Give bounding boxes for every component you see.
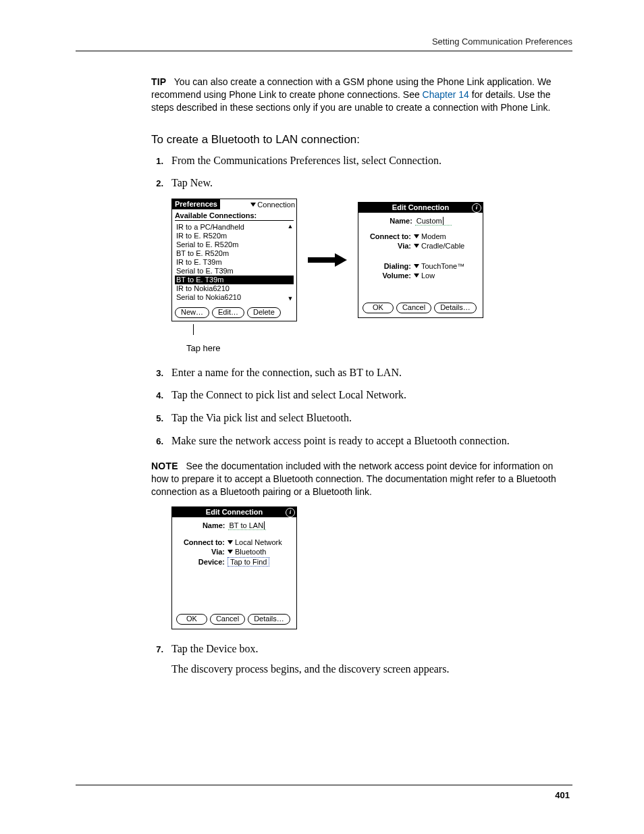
name-input[interactable]: BT to LAN​ <box>228 521 267 530</box>
figure-row-1: Preferences Connection Available Connect… <box>171 199 572 321</box>
list-item[interactable]: IR to Nokia6210 <box>175 284 294 293</box>
procedure-title: To create a Bluetooth to LAN connection: <box>151 133 572 147</box>
note-label: NOTE <box>151 461 178 471</box>
edit-connection-title: Edit Connection <box>392 203 449 211</box>
step-text: Make sure the network access point is re… <box>171 434 510 448</box>
callout-leader <box>193 324 194 335</box>
available-connections-label: Available Connections: <box>172 210 296 219</box>
footer-rule <box>76 785 572 785</box>
step-number: 2. <box>151 176 163 190</box>
ok-button[interactable]: OK <box>176 614 207 625</box>
step-text: Tap New. <box>171 176 213 190</box>
step-text: Tap the Device box. <box>171 642 259 656</box>
dropdown-icon <box>414 244 419 248</box>
list-item[interactable]: IR to E. T39m <box>175 258 294 267</box>
info-icon[interactable]: i <box>472 203 481 213</box>
preferences-menu[interactable]: Connection <box>250 201 296 209</box>
name-input[interactable]: Custom​ <box>415 217 452 226</box>
via-label: Via: <box>176 548 227 556</box>
edit-connection-title: Edit Connection <box>206 508 263 516</box>
new-button[interactable]: New… <box>175 307 209 318</box>
list-item[interactable]: Serial to E. R520m <box>175 240 294 249</box>
preferences-title: Preferences <box>172 199 220 209</box>
menu-label: Connection <box>257 201 295 209</box>
cancel-button[interactable]: Cancel <box>396 303 431 313</box>
connections-list[interactable]: IR to a PC/Handheld IR to E. R520m Seria… <box>175 222 294 302</box>
palm-preferences-screen: Preferences Connection Available Connect… <box>171 199 297 321</box>
delete-button[interactable]: Delete <box>247 307 281 318</box>
svg-marker-1 <box>335 253 347 267</box>
step-5: 5. Tap the Via pick list and select Blue… <box>151 411 572 425</box>
step-3: 3. Enter a name for the connection, such… <box>151 365 572 380</box>
scroll-down-icon[interactable]: ▼ <box>287 295 294 302</box>
details-button[interactable]: Details… <box>248 614 290 625</box>
step-number: 6. <box>151 434 163 448</box>
figure-2: Edit Connection i Name: BT to LAN​ Conne… <box>171 506 572 629</box>
scrollbar[interactable]: ▲ ▼ <box>287 223 294 302</box>
page-number: 401 <box>555 790 570 800</box>
scroll-up-icon[interactable]: ▲ <box>287 223 294 230</box>
step-7: 7. Tap the Device box. <box>151 642 572 656</box>
step-6: 6. Make sure the network access point is… <box>151 434 572 448</box>
arrow-icon <box>308 253 347 267</box>
note-block: NOTE See the documentation included with… <box>151 460 572 498</box>
svg-rect-0 <box>308 257 335 263</box>
list-item[interactable]: IR to a PC/Handheld <box>175 223 294 232</box>
step-1: 1. From the Communications Preferences l… <box>151 153 572 168</box>
step-number: 4. <box>151 388 163 402</box>
device-label: Device: <box>176 558 227 566</box>
step-number: 1. <box>151 153 163 168</box>
running-head: Setting Communication Preferences <box>76 36 572 47</box>
dropdown-icon <box>227 540 233 544</box>
tip-block: TIP You can also create a connection wit… <box>151 76 572 114</box>
palm-edit-connection-1: Edit Connection i Name: Custom​ Connect … <box>358 202 483 318</box>
step-text: From the Communications Preferences list… <box>171 153 441 168</box>
step-number: 5. <box>151 411 163 425</box>
step-4: 4. Tap the Connect to pick list and sele… <box>151 388 572 402</box>
connect-to-label: Connect to: <box>176 538 227 546</box>
info-icon[interactable]: i <box>286 508 295 517</box>
tip-label: TIP <box>151 76 166 87</box>
step-text: Tap the Connect to pick list and select … <box>171 388 406 402</box>
device-box[interactable]: Tap to Find <box>227 557 269 567</box>
step-2: 2. Tap New. <box>151 176 572 190</box>
step-number: 3. <box>151 365 163 380</box>
name-label: Name: <box>203 521 228 529</box>
dropdown-icon <box>414 234 419 238</box>
step-text: Enter a name for the connection, such as… <box>171 365 402 380</box>
volume-label: Volume: <box>363 271 414 280</box>
palm-edit-connection-2: Edit Connection i Name: BT to LAN​ Conne… <box>171 506 297 629</box>
volume-picklist[interactable]: Low <box>414 271 435 280</box>
via-label: Via: <box>363 242 414 250</box>
ok-button[interactable]: OK <box>363 303 394 313</box>
dropdown-icon <box>250 203 256 207</box>
details-button[interactable]: Details… <box>434 303 477 313</box>
header-rule <box>76 51 572 51</box>
edit-button[interactable]: Edit… <box>212 307 244 318</box>
cancel-button[interactable]: Cancel <box>210 614 245 625</box>
divider <box>175 220 294 221</box>
via-picklist[interactable]: Cradle/Cable <box>414 242 464 250</box>
list-item[interactable]: BT to E. R520m <box>175 249 294 258</box>
connect-to-picklist[interactable]: Modem <box>414 232 446 240</box>
via-picklist[interactable]: Bluetooth <box>227 548 266 556</box>
list-item[interactable]: IR to E. R520m <box>175 232 294 240</box>
tap-here-callout: Tap here <box>186 343 572 353</box>
list-item[interactable]: Serial to E. T39m <box>175 267 294 276</box>
dialing-label: Dialing: <box>363 262 414 270</box>
chapter-link[interactable]: Chapter 14 <box>423 89 469 100</box>
name-label: Name: <box>390 217 415 225</box>
connect-to-picklist[interactable]: Local Network <box>227 538 282 546</box>
step-7-follow: The discovery process begins, and the di… <box>171 662 572 677</box>
dropdown-icon <box>227 550 233 554</box>
step-text: Tap the Via pick list and select Bluetoo… <box>171 411 352 425</box>
dialing-picklist[interactable]: TouchTone™ <box>414 262 464 270</box>
list-item[interactable]: Serial to Nokia6210 <box>175 293 294 302</box>
note-text: See the documentation included with the … <box>151 461 556 497</box>
connect-to-label: Connect to: <box>363 232 414 240</box>
list-item-selected[interactable]: BT to E. T39m <box>175 276 294 284</box>
dropdown-icon <box>414 264 419 268</box>
dropdown-icon <box>414 273 419 278</box>
step-number: 7. <box>151 642 163 656</box>
